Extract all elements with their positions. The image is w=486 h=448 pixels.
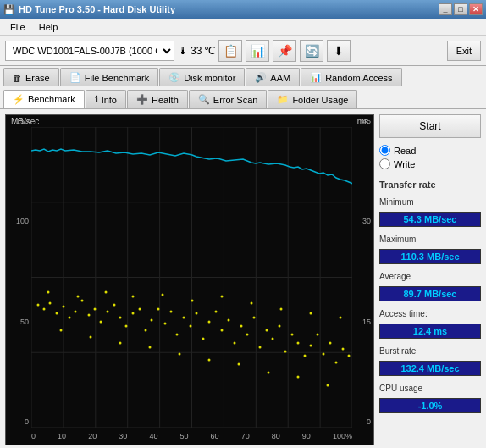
access-time-label: Access time: xyxy=(379,309,481,318)
close-button[interactable]: ✕ xyxy=(469,3,483,15)
svg-point-43 xyxy=(208,321,211,324)
svg-point-93 xyxy=(191,300,194,302)
svg-point-57 xyxy=(297,342,300,345)
svg-point-28 xyxy=(113,304,116,307)
tab-benchmark[interactable]: ⚡ Benchmark xyxy=(3,90,85,108)
tab-folder-usage[interactable]: 📁 Folder Usage xyxy=(268,90,357,108)
cpu-usage-value: -1.0% xyxy=(379,398,481,413)
start-button[interactable]: Start xyxy=(379,114,481,138)
toolbar: WDC WD1001FALS-00J7B (1000 GB) 🌡 33 ℃ 📋 … xyxy=(0,36,486,66)
svg-point-32 xyxy=(139,308,141,311)
svg-point-113 xyxy=(327,384,329,387)
burst-rate-label: Burst rate xyxy=(379,346,481,356)
file-benchmark-icon: 📄 xyxy=(69,72,81,83)
menu-bar: File Help xyxy=(0,19,486,36)
app-icon: 💾 xyxy=(3,4,15,15)
svg-point-95 xyxy=(251,302,253,305)
folder-usage-icon: 📁 xyxy=(277,94,289,105)
tab-error-scan[interactable]: 🔍 Error Scan xyxy=(189,90,268,108)
svg-point-16 xyxy=(37,304,40,307)
title-bar-left: 💾 HD Tune Pro 3.50 - Hard Disk Utility xyxy=(3,4,175,15)
tab-health[interactable]: ➕ Health xyxy=(127,90,188,108)
svg-point-61 xyxy=(323,353,325,356)
svg-point-17 xyxy=(43,308,46,311)
svg-point-34 xyxy=(151,319,153,322)
right-panel: Start Read Write Transfer rate Minimum 5… xyxy=(379,114,481,445)
svg-point-52 xyxy=(266,329,268,332)
menu-help[interactable]: Help xyxy=(32,20,65,34)
svg-point-30 xyxy=(125,325,128,328)
tab-random-access[interactable]: 📊 Random Access xyxy=(301,68,401,86)
svg-point-21 xyxy=(69,317,71,319)
minimum-value: 54.3 MB/sec xyxy=(379,212,481,227)
svg-point-33 xyxy=(145,329,147,332)
toolbar-btn-4[interactable]: 🔄 xyxy=(300,40,323,62)
access-time-dots xyxy=(37,291,353,417)
svg-point-104 xyxy=(60,329,63,332)
maximize-button[interactable]: □ xyxy=(454,3,467,15)
toolbar-btn-5[interactable]: ⬇ xyxy=(327,40,351,62)
svg-point-91 xyxy=(132,296,135,298)
average-value: 89.7 MB/sec xyxy=(379,286,481,301)
svg-point-35 xyxy=(157,308,160,311)
svg-point-65 xyxy=(348,355,351,357)
svg-point-31 xyxy=(132,312,135,315)
write-radio[interactable] xyxy=(379,158,390,169)
svg-point-62 xyxy=(329,342,332,345)
tabs-row1: 🗑 Erase 📄 File Benchmark 💿 Disk monitor … xyxy=(0,66,486,86)
svg-point-51 xyxy=(259,346,262,349)
svg-point-94 xyxy=(221,296,224,298)
title-bar-controls: _ □ ✕ xyxy=(439,3,483,15)
svg-point-110 xyxy=(238,363,240,366)
svg-point-23 xyxy=(81,300,84,302)
thermometer-icon: 🌡 xyxy=(178,45,188,57)
svg-point-36 xyxy=(164,323,167,325)
tabs-row2: ⚡ Benchmark ℹ Info ➕ Health 🔍 Error Scan… xyxy=(0,88,486,108)
error-scan-icon: 🔍 xyxy=(198,94,210,105)
svg-point-48 xyxy=(240,325,243,328)
menu-file[interactable]: File xyxy=(3,20,32,34)
cpu-usage-label: CPU usage xyxy=(379,384,481,393)
svg-point-58 xyxy=(304,355,307,357)
svg-point-105 xyxy=(90,336,92,339)
toolbar-btn-1[interactable]: 📋 xyxy=(218,40,242,62)
minimize-button[interactable]: _ xyxy=(439,3,452,15)
chart-plot-area xyxy=(31,127,352,428)
read-radio[interactable] xyxy=(379,145,390,156)
average-label: Average xyxy=(379,272,481,281)
svg-point-64 xyxy=(342,348,345,351)
health-icon: ➕ xyxy=(136,94,148,105)
svg-point-89 xyxy=(77,296,80,298)
svg-point-50 xyxy=(253,317,256,319)
svg-point-46 xyxy=(228,319,230,322)
svg-point-55 xyxy=(284,351,287,353)
tab-erase[interactable]: 🗑 Erase xyxy=(3,68,59,86)
benchmark-chart: MB/sec ms 150 100 50 0 45 30 15 0 xyxy=(5,114,374,445)
temperature-display: 🌡 33 ℃ xyxy=(178,45,215,57)
svg-point-19 xyxy=(56,312,58,315)
drive-select[interactable]: WDC WD1001FALS-00J7B (1000 GB) xyxy=(5,41,174,61)
transfer-rate-label: Transfer rate xyxy=(379,180,481,190)
write-radio-label[interactable]: Write xyxy=(379,158,481,169)
tab-disk-monitor[interactable]: 💿 Disk monitor xyxy=(159,68,245,86)
read-radio-label[interactable]: Read xyxy=(379,145,481,156)
tabs-row1-container: 🗑 Erase 📄 File Benchmark 💿 Disk monitor … xyxy=(0,66,486,109)
exit-button[interactable]: Exit xyxy=(447,41,481,61)
svg-point-96 xyxy=(280,308,283,311)
minimum-label: Minimum xyxy=(379,197,481,207)
tab-aam[interactable]: 🔊 AAM xyxy=(246,68,300,86)
tab-file-benchmark[interactable]: 📄 File Benchmark xyxy=(60,68,158,86)
svg-point-24 xyxy=(88,314,91,317)
toolbar-btn-2[interactable]: 📊 xyxy=(246,40,269,62)
access-time-value: 12.4 ms xyxy=(379,324,481,339)
svg-point-27 xyxy=(107,311,109,313)
svg-point-90 xyxy=(105,291,108,294)
maximum-value: 110.3 MB/sec xyxy=(379,249,481,264)
svg-point-26 xyxy=(100,321,102,324)
svg-point-56 xyxy=(291,334,294,336)
tab-info[interactable]: ℹ Info xyxy=(86,90,126,108)
toolbar-btn-3[interactable]: 📌 xyxy=(273,40,296,62)
title-bar: 💾 HD Tune Pro 3.50 - Hard Disk Utility _… xyxy=(0,0,486,19)
svg-point-88 xyxy=(47,291,50,294)
main-content: MB/sec ms 150 100 50 0 45 30 15 0 xyxy=(0,109,486,448)
